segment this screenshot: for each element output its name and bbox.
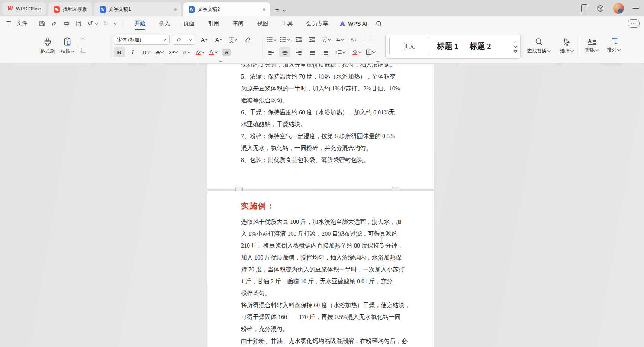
style-heading-1[interactable]: 标题 1 — [437, 41, 458, 51]
hamburger-icon[interactable]: ☰ — [6, 20, 11, 26]
char-shading-button[interactable]: A — [221, 47, 232, 57]
shading-button[interactable] — [351, 47, 362, 57]
sort-button[interactable]: A ↓ — [348, 35, 359, 44]
doc-line[interactable]: 210 斤。将豆浆倒入蒸煮锅内直接加热至约 80 度保持 5 分钟， — [241, 240, 403, 252]
superscript-button[interactable]: X² — [167, 47, 178, 57]
tab-wps-office[interactable]: W WPS Office — [2, 2, 46, 15]
doc-line[interactable]: 1 斤，甘油 2 斤，贻糖 10 斤，无水亚硫酸钠 0.01 斤，充分 — [241, 276, 393, 287]
align-center-button[interactable] — [279, 47, 290, 57]
doc-line[interactable]: 入 1%小苏打溶液 100 斤打浆，200 目滤布过滤，可得豆浆约 — [241, 228, 397, 240]
paragraph-group-launcher-icon[interactable] — [376, 59, 379, 62]
style-heading-2[interactable]: 标题 2 — [470, 41, 491, 51]
doc-line[interactable]: 将所得混合料转入料盘保持 60 度（水浴加热）干燥，使之结块， — [241, 299, 410, 311]
print-icon[interactable] — [63, 20, 70, 27]
tab-page[interactable]: 页面 — [183, 16, 194, 31]
find-replace-button[interactable]: 查找替换 — [527, 34, 550, 58]
bold-button[interactable]: B — [114, 47, 125, 57]
tab-tools[interactable]: 工具 — [281, 16, 293, 31]
redo-icon[interactable]: ↻ — [103, 20, 108, 26]
justify-button[interactable] — [307, 47, 318, 57]
style-normal[interactable]: 正文 — [389, 37, 429, 55]
undo-chevron-icon[interactable] — [94, 21, 98, 25]
doc-line[interactable]: 由于贻糖、甘油、无水氯化钙均易吸湿潮解，在粉碎均匀后，必 — [241, 335, 408, 347]
doc-line[interactable]: 水亚硫酸钠，干燥结块。 — [241, 118, 306, 130]
print-preview-icon[interactable] — [75, 20, 82, 27]
cut-icon[interactable]: ✂ — [80, 35, 86, 43]
highlight-button[interactable] — [194, 47, 205, 57]
strikethrough-button[interactable]: A — [154, 47, 165, 57]
tab-document-1[interactable]: W 文字文稿1 — [94, 2, 181, 16]
tab-insert[interactable]: 插入 — [159, 16, 170, 31]
doc-line[interactable]: 7、粉碎：保持空气一定湿度，按第 6 步所得固体量的 0.5% — [241, 130, 395, 142]
doc-line[interactable]: 持 70 度，当体积变为倒入的豆浆体积一半时，一次加入小苏打 — [241, 264, 405, 276]
search-icon[interactable] — [376, 20, 383, 27]
minimize-button[interactable]: — — [633, 5, 639, 12]
doc-line[interactable]: 5、浓缩：保持温度约 70 度，加热（水浴加热），至体积变 — [241, 71, 396, 83]
styles-scroll-down-icon[interactable] — [514, 44, 518, 48]
user-avatar[interactable] — [613, 3, 624, 14]
apps-cube-icon[interactable] — [596, 4, 604, 12]
doc-heading[interactable]: 实施例： — [241, 201, 275, 211]
doc-line[interactable]: 保持约 5 分钟，加入等重量优质蔗糖，搅匀，抽入浓缩锅。 — [241, 64, 396, 71]
tab-reference[interactable]: 引用 — [208, 16, 219, 31]
borders-button[interactable] — [365, 47, 376, 57]
paste-button[interactable]: 粘贴 — [61, 34, 74, 58]
doc-line[interactable]: 8、包装：用优质食品包装袋、薄膜袋密封包装。 — [241, 154, 369, 166]
doc-line[interactable]: 混入无水，氯化钙，一同粉碎，并充分混合均匀。 — [241, 142, 372, 154]
font-group-launcher-icon[interactable] — [219, 59, 222, 62]
styles-more-icon[interactable] — [514, 50, 517, 52]
tab-view[interactable]: 视图 — [257, 16, 268, 31]
decrease-indent-button[interactable] — [293, 35, 304, 44]
clear-format-button[interactable] — [242, 35, 253, 45]
new-tab-button[interactable]: + — [275, 6, 279, 13]
italic-button[interactable]: I — [127, 47, 138, 57]
page-1[interactable]: 保持约 5 分钟，加入等重量优质蔗糖，搅匀，抽入浓缩锅。 5、浓缩：保持温度约 … — [207, 64, 434, 189]
page-2[interactable]: 实施例： 选取风干优质大豆 100 斤，加水浸泡至膨大适宜，沥去水，加 入 1%… — [207, 191, 434, 347]
cloud-sync-icon[interactable]: ··· — [628, 19, 640, 28]
devices-icon[interactable] — [581, 4, 587, 12]
quick-access-more-chevron-icon[interactable] — [113, 21, 117, 25]
doc-line[interactable]: 6、干燥：保持温度约 60 度（水浴加热），加入约 0.01%无 — [241, 106, 395, 118]
text-effects-button[interactable]: A — [181, 47, 192, 57]
save-icon[interactable] — [39, 20, 45, 27]
doc-line[interactable]: 选取风干优质大豆 100 斤，加水浸泡至膨大适宜，沥去水，加 — [241, 216, 402, 228]
bullet-list-button[interactable] — [265, 35, 277, 44]
wps-ai-button[interactable]: WPS AI — [339, 20, 367, 27]
tab-review[interactable]: 审阅 — [232, 16, 244, 31]
arrange-button[interactable]: 排列 — [607, 34, 620, 58]
doc-line[interactable]: 搅拌均匀。 — [241, 287, 271, 299]
page-border-button[interactable] — [362, 35, 373, 44]
numbered-list-button[interactable] — [279, 35, 290, 44]
decrease-font-button[interactable]: A− — [213, 35, 224, 45]
doc-line[interactable]: 可得干燥固体 160——170 斤，再按 0.5%混入无水氯化钙一同 — [241, 311, 400, 323]
doc-line[interactable]: 为原来豆浆体积的一半时，加入约 1%小苏打、2%甘油、10% — [241, 83, 400, 95]
distribute-button[interactable] — [321, 47, 332, 57]
font-size-combo[interactable]: 72 — [173, 35, 195, 45]
line-spacing-button[interactable]: ↕ — [334, 47, 345, 57]
file-menu[interactable]: 文件 — [17, 20, 27, 27]
copy-icon[interactable] — [80, 47, 86, 52]
font-color-button[interactable]: A — [207, 47, 219, 57]
tab-home[interactable]: 开始 — [134, 16, 145, 31]
tab-member[interactable]: 会员专享 — [306, 16, 328, 31]
increase-font-button[interactable]: A+ — [199, 35, 210, 45]
increase-indent-button[interactable] — [307, 35, 318, 44]
tab-docer-templates[interactable]: 找稻壳模板 — [48, 2, 92, 16]
align-left-button[interactable] — [265, 47, 277, 57]
format-painter-button[interactable]: 格式刷 — [40, 34, 55, 58]
doc-line[interactable]: 加入 100 斤优质蔗糖，搅拌均匀，抽入浓缩锅内，水浴加热保 — [241, 252, 402, 264]
wrap-button[interactable]: ⇆ — [334, 35, 345, 44]
tab-list-chevron-icon[interactable] — [283, 8, 286, 12]
document-canvas[interactable]: 保持约 5 分钟，加入等重量优质蔗糖，搅匀，抽入浓缩锅。 5、浓缩：保持温度约 … — [0, 64, 644, 347]
tab-document-2[interactable]: W 文字文稿2 — [183, 2, 270, 16]
doc-line[interactable]: 粉碎，充分混匀。 — [241, 323, 289, 335]
doc-line[interactable]: 贻糖等混合均匀。 — [241, 95, 289, 106]
text-direction-button[interactable]: ←→A — [321, 35, 332, 44]
align-right-button[interactable] — [293, 47, 304, 57]
undo-icon[interactable]: ↺ — [88, 20, 93, 26]
pinyin-guide-button[interactable]: wén文 — [228, 35, 239, 45]
select-button[interactable]: 选择 — [560, 34, 573, 58]
typeset-button[interactable]: A 排版 — [585, 34, 599, 58]
font-name-combo[interactable]: 宋体 (标题) — [114, 35, 170, 45]
export-icon[interactable] — [51, 20, 58, 27]
